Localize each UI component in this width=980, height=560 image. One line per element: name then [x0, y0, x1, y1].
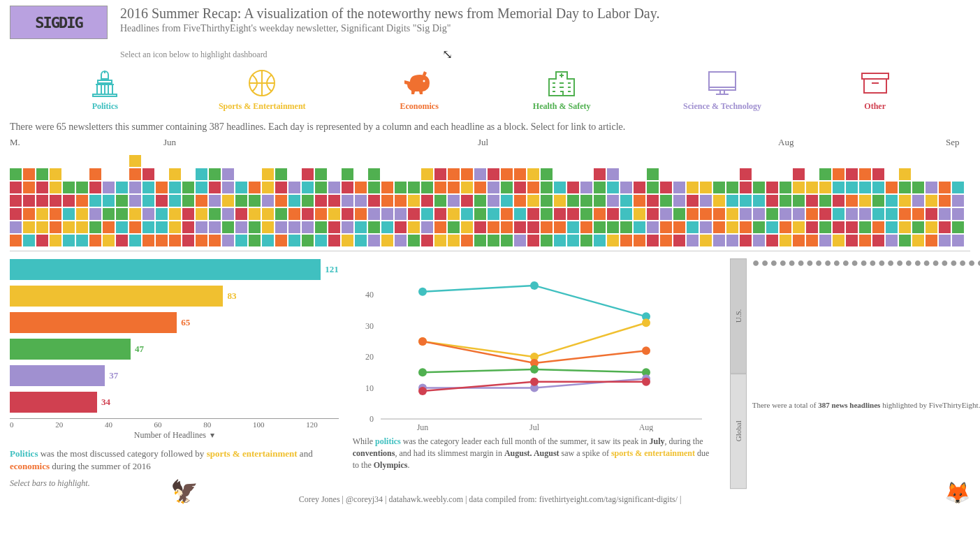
- heatmap-block[interactable]: [222, 208, 234, 220]
- heatmap-block[interactable]: [10, 235, 22, 246]
- heatmap-block[interactable]: [50, 208, 61, 220]
- heatmap-block[interactable]: [753, 235, 765, 246]
- heatmap-block[interactable]: [328, 195, 340, 207]
- heatmap-block[interactable]: [23, 221, 35, 233]
- heatmap-block[interactable]: [594, 168, 606, 180]
- heatmap-block[interactable]: [421, 208, 433, 220]
- heatmap-block[interactable]: [634, 182, 645, 193]
- heatmap-block[interactable]: [50, 168, 61, 180]
- heatmap-block[interactable]: [262, 235, 274, 246]
- heatmap-block[interactable]: [554, 208, 566, 220]
- heatmap-block[interactable]: [36, 235, 48, 246]
- heatmap-block[interactable]: [368, 221, 380, 233]
- heatmap-block[interactable]: [50, 195, 61, 207]
- heatmap-block[interactable]: [249, 221, 261, 233]
- heatmap-block[interactable]: [36, 182, 48, 193]
- heatmap-block[interactable]: [10, 182, 22, 193]
- heatmap-block[interactable]: [501, 182, 513, 193]
- heatmap-block[interactable]: [952, 182, 964, 193]
- heatmap-block[interactable]: [156, 235, 168, 246]
- heatmap-block[interactable]: [939, 182, 951, 193]
- heatmap-block[interactable]: [275, 208, 287, 220]
- heatmap-block[interactable]: [580, 235, 592, 246]
- heatmap-block[interactable]: [395, 182, 407, 193]
- line-chart[interactable]: 010203040JunJulAug: [353, 258, 716, 432]
- heatmap-block[interactable]: [554, 235, 566, 246]
- heatmap-block[interactable]: [302, 208, 314, 220]
- heatmap-block[interactable]: [567, 182, 579, 193]
- heatmap-block[interactable]: [700, 182, 712, 193]
- heatmap-block[interactable]: [554, 182, 566, 193]
- heatmap-block[interactable]: [448, 235, 460, 246]
- heatmap-block[interactable]: [541, 208, 553, 220]
- heatmap-block[interactable]: [169, 221, 181, 233]
- heatmap-block[interactable]: [142, 182, 154, 193]
- heatmap-block[interactable]: [846, 208, 858, 220]
- heatmap-block[interactable]: [939, 221, 951, 233]
- heatmap-block[interactable]: [63, 182, 75, 193]
- heatmap-block[interactable]: [474, 195, 486, 207]
- heatmap-block[interactable]: [129, 235, 141, 246]
- heatmap-block[interactable]: [63, 195, 75, 207]
- heatmap-block[interactable]: [89, 195, 101, 207]
- heatmap-block[interactable]: [872, 235, 884, 246]
- bar[interactable]: [10, 286, 223, 307]
- heatmap-block[interactable]: [209, 182, 221, 193]
- heatmap-block[interactable]: [23, 208, 35, 220]
- heatmap-block[interactable]: [408, 182, 420, 193]
- heatmap-block[interactable]: [342, 168, 353, 180]
- heatmap-block[interactable]: [474, 235, 486, 246]
- heatmap-block[interactable]: [262, 182, 274, 193]
- heatmap-block[interactable]: [434, 208, 446, 220]
- heatmap-block[interactable]: [780, 235, 791, 246]
- heatmap-block[interactable]: [448, 221, 460, 233]
- heatmap-block[interactable]: [687, 208, 699, 220]
- us-global-toggle[interactable]: U.S. Global: [730, 258, 747, 489]
- heatmap-block[interactable]: [129, 195, 141, 207]
- heatmap-block[interactable]: [872, 182, 884, 193]
- heatmap-block[interactable]: [116, 182, 128, 193]
- dot-matrix[interactable]: ●●●●●●●●●●●●●●●●●●●●●●●●●●●●●●●●●●●●●●●●…: [752, 258, 980, 391]
- heatmap-block[interactable]: [527, 235, 539, 246]
- heatmap-block[interactable]: [421, 168, 433, 180]
- heatmap-block[interactable]: [607, 168, 619, 180]
- daily-heatmap[interactable]: [10, 155, 970, 251]
- heatmap-block[interactable]: [926, 235, 937, 246]
- heatmap-block[interactable]: [474, 182, 486, 193]
- heatmap-block[interactable]: [129, 221, 141, 233]
- heatmap-block[interactable]: [594, 235, 606, 246]
- heatmap-block[interactable]: [859, 221, 871, 233]
- heatmap-block[interactable]: [939, 208, 951, 220]
- heatmap-block[interactable]: [249, 208, 261, 220]
- heatmap-block[interactable]: [342, 221, 353, 233]
- heatmap-block[interactable]: [806, 195, 818, 207]
- heatmap-block[interactable]: [607, 182, 619, 193]
- heatmap-block[interactable]: [10, 208, 22, 220]
- heatmap-block[interactable]: [381, 208, 393, 220]
- heatmap-block[interactable]: [275, 221, 287, 233]
- category-health[interactable]: Health & Safety: [533, 68, 591, 112]
- heatmap-block[interactable]: [899, 208, 911, 220]
- heatmap-block[interactable]: [819, 208, 831, 220]
- heatmap-block[interactable]: [288, 221, 300, 233]
- heatmap-block[interactable]: [687, 195, 699, 207]
- heatmap-block[interactable]: [262, 168, 274, 180]
- heatmap-block[interactable]: [474, 168, 486, 180]
- heatmap-block[interactable]: [288, 235, 300, 246]
- heatmap-block[interactable]: [434, 182, 446, 193]
- heatmap-block[interactable]: [116, 208, 128, 220]
- bar-chart[interactable]: 1218365473734: [10, 258, 339, 419]
- heatmap-block[interactable]: [10, 221, 22, 233]
- heatmap-block[interactable]: [103, 221, 115, 233]
- heatmap-block[interactable]: [753, 208, 765, 220]
- heatmap-block[interactable]: [660, 221, 672, 233]
- heatmap-block[interactable]: [76, 235, 88, 246]
- heatmap-block[interactable]: [142, 168, 154, 180]
- heatmap-block[interactable]: [182, 182, 194, 193]
- heatmap-block[interactable]: [342, 195, 353, 207]
- heatmap-block[interactable]: [488, 182, 499, 193]
- heatmap-block[interactable]: [328, 182, 340, 193]
- heatmap-block[interactable]: [196, 235, 207, 246]
- heatmap-block[interactable]: [939, 195, 951, 207]
- heatmap-block[interactable]: [182, 208, 194, 220]
